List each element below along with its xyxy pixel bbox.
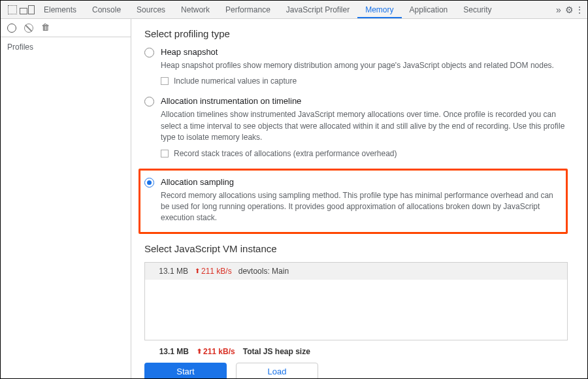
option-title: Allocation instrumentation on timeline xyxy=(161,96,301,106)
memory-main-pane: Select profiling type Heap snapshot Heap… xyxy=(131,19,587,378)
tab-js-profiler[interactable]: JavaScript Profiler xyxy=(278,1,357,18)
tab-sources[interactable]: Sources xyxy=(129,1,173,18)
tab-application[interactable]: Application xyxy=(402,1,456,18)
profiles-heading: Profiles xyxy=(1,37,131,57)
subcheck-label: Record stack traces of allocations (extr… xyxy=(174,149,397,158)
footer-total-label: Total JS heap size xyxy=(243,347,310,356)
radio-icon[interactable] xyxy=(144,48,154,58)
tab-security[interactable]: Security xyxy=(455,1,499,18)
action-buttons-row: Start Load xyxy=(144,361,568,378)
heap-subcheck[interactable]: Include numerical values in capture xyxy=(161,76,568,86)
arrow-up-icon: ⬆ xyxy=(195,267,200,274)
profiling-type-title: Select profiling type xyxy=(144,28,568,39)
tab-elements[interactable]: Elements xyxy=(36,1,84,18)
profiles-toolbar xyxy=(1,19,131,37)
option-desc: Record memory allocations using sampling… xyxy=(161,190,559,224)
vm-rate: ⬆211 kB/s xyxy=(195,267,232,276)
footer-rate: ⬆211 kB/s xyxy=(197,347,235,356)
option-heap-snapshot[interactable]: Heap snapshot xyxy=(144,47,568,58)
radio-icon[interactable] xyxy=(144,97,154,107)
timeline-subcheck[interactable]: Record stack traces of allocations (extr… xyxy=(161,149,568,158)
option-title: Heap snapshot xyxy=(161,47,218,57)
record-icon[interactable] xyxy=(7,24,16,33)
option-title: Allocation sampling xyxy=(161,177,234,187)
vm-instance-list[interactable]: 13.1 MB ⬆211 kB/s devtools: Main xyxy=(144,262,568,340)
tab-memory[interactable]: Memory xyxy=(357,1,401,18)
settings-icon[interactable] xyxy=(564,5,574,15)
tab-console[interactable]: Console xyxy=(84,1,129,18)
vm-instance-title: Select JavaScript VM instance xyxy=(144,243,568,254)
checkbox-icon[interactable] xyxy=(161,77,169,85)
device-toggle-icon[interactable] xyxy=(22,5,32,15)
checkbox-icon[interactable] xyxy=(161,150,169,157)
option-allocation-sampling[interactable]: Allocation sampling xyxy=(144,177,559,188)
vm-size: 13.1 MB xyxy=(153,267,188,276)
footer-size: 13.1 MB xyxy=(154,347,189,356)
tab-performance[interactable]: Performance xyxy=(218,1,278,18)
option-desc: Allocation timelines show instrumented J… xyxy=(161,109,568,143)
menu-icon[interactable] xyxy=(574,5,585,15)
inspect-element-icon[interactable] xyxy=(7,5,18,15)
more-tabs-icon[interactable] xyxy=(553,5,564,15)
delete-icon[interactable] xyxy=(41,24,50,33)
devtools-tabbar: Elements Console Sources Network Perform… xyxy=(1,1,587,19)
profiles-sidebar: Profiles xyxy=(1,19,131,378)
clear-icon[interactable] xyxy=(24,24,33,33)
arrow-up-icon: ⬆ xyxy=(197,348,202,355)
tab-network[interactable]: Network xyxy=(173,1,218,18)
heap-footer-stats: 13.1 MB ⬆211 kB/s Total JS heap size xyxy=(144,340,568,361)
option-allocation-timeline[interactable]: Allocation instrumentation on timeline xyxy=(144,96,568,107)
allocation-sampling-highlight: Allocation sampling Record memory alloca… xyxy=(139,169,568,234)
vm-instance-row[interactable]: 13.1 MB ⬆211 kB/s devtools: Main xyxy=(145,263,567,280)
radio-icon[interactable] xyxy=(144,178,154,188)
subcheck-label: Include numerical values in capture xyxy=(174,76,297,86)
option-desc: Heap snapshot profiles show memory distr… xyxy=(161,60,568,71)
start-button[interactable]: Start xyxy=(144,363,227,378)
vm-name: devtools: Main xyxy=(238,267,289,276)
load-button[interactable]: Load xyxy=(236,363,318,378)
